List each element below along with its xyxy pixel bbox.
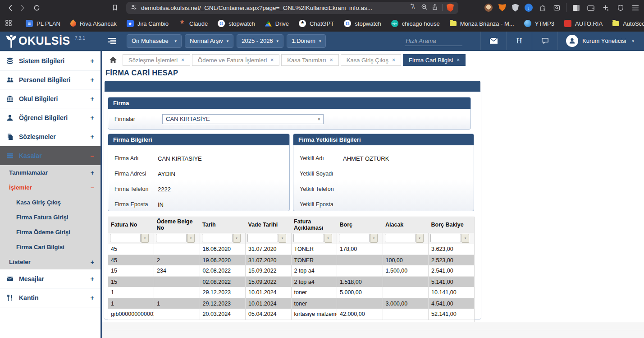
header-dropdown-ön-muhasebe[interactable]: Ön Muhasebe▾ (127, 34, 182, 48)
column-header-alacak[interactable]: Alacak (383, 217, 429, 233)
okulsis-logo[interactable]: OKULSİS (5, 34, 70, 48)
bookmark-chicago-house[interactable]: o|ochicago house (386, 18, 445, 29)
expand-plus-icon[interactable]: + (89, 57, 94, 65)
help-letter-button[interactable]: H (507, 37, 532, 46)
extension-fox-icon[interactable] (498, 4, 506, 11)
translate-icon[interactable]: A (410, 4, 417, 12)
filter-input-fatura-no[interactable] (110, 234, 141, 242)
filter-dropdown-button[interactable]: ▾ (324, 234, 332, 243)
tab-kasa-giriş-çıkış[interactable]: Kasa Giriş Çıkış× (341, 54, 401, 66)
bookmark-jira-cambio[interactable]: ◆Jira Cambio (122, 18, 174, 29)
bookmark-monza-brianza-m[interactable]: Monza Brianza - M... (445, 18, 519, 29)
sidebar-item-okul-bilgileri[interactable]: Okul Bilgileri+ (0, 89, 100, 108)
bookmark-pl-plan[interactable]: ≡PL PLAN (21, 18, 65, 29)
header-dropdown-normal-arşiv[interactable]: Normal Arşiv▾ (185, 34, 233, 48)
sidebar-item-kasalar[interactable]: Kasalar− (0, 146, 100, 165)
bookmark-drive[interactable]: Drive (260, 18, 294, 29)
sidebar-toggle-icon[interactable] (572, 4, 580, 12)
expand-plus-icon[interactable]: + (89, 114, 94, 121)
filter-input-fatura-açıklaması[interactable] (293, 234, 324, 242)
wallet-icon[interactable] (587, 4, 595, 12)
bookmark-stopwatch[interactable]: Gstopwatch (339, 18, 386, 29)
filter-input-borç[interactable] (339, 234, 370, 242)
home-tab-button[interactable] (105, 54, 121, 66)
tab-firma-cari-bilgisi[interactable]: Firma Cari Bilgisi× (403, 54, 466, 66)
reload-button[interactable] (31, 2, 42, 14)
bookmark-ytmp3[interactable]: YTMP3 (519, 18, 559, 29)
column-header-fatura-no[interactable]: Fatura No (108, 217, 154, 233)
filter-dropdown-button[interactable]: ▾ (279, 234, 286, 243)
back-button[interactable] (5, 2, 16, 14)
tab-kasa-tanımları[interactable]: Kasa Tanımları× (281, 54, 338, 66)
expand-plus-icon[interactable]: + (89, 294, 94, 301)
filter-input-vade-tarihi[interactable] (247, 234, 278, 242)
sidebar-item-kasa-giriş-çıkış[interactable]: Kasa Giriş Çıkış (0, 195, 100, 210)
sidebar-item-kantin[interactable]: Kantin+ (0, 288, 100, 307)
expand-plus-icon[interactable]: + (89, 275, 94, 282)
firmalar-select[interactable]: CAN KIRTASİYE ▾ (162, 114, 324, 124)
vpn-shield-icon[interactable] (617, 4, 625, 12)
table-row[interactable]: 1523402.08.202215.09.20222 top a41.500,0… (108, 265, 474, 276)
tab-close-icon[interactable]: × (392, 57, 395, 63)
forward-button[interactable] (16, 2, 28, 14)
expand-plus-icon[interactable]: + (89, 76, 94, 83)
bookmark-claude[interactable]: *Claude (174, 18, 213, 29)
menu-hamburger-icon[interactable] (631, 4, 639, 12)
bookmark-this-icon[interactable] (109, 2, 121, 14)
expand-plus-icon[interactable]: + (89, 169, 94, 176)
tab-close-icon[interactable]: × (330, 57, 333, 63)
column-header-borç-bakiye[interactable]: Borç Bakiye (429, 217, 475, 233)
header-dropdown-2025-2026[interactable]: 2025 - 2026▾ (237, 34, 283, 48)
filter-dropdown-button[interactable]: ▾ (233, 234, 241, 243)
chat-bubble-icon[interactable] (532, 37, 557, 44)
sidebar-item-tanımlamalar[interactable]: Tanımlamalar+ (0, 165, 100, 180)
filter-dropdown-button[interactable]: ▾ (370, 234, 378, 243)
filter-input-borç-bakiye[interactable] (430, 234, 461, 242)
filter-dropdown-button[interactable]: ▾ (416, 234, 424, 243)
zoom-out-icon[interactable] (421, 4, 428, 12)
table-row[interactable]: 45219.06.202031.07.2020TONER100,002.523,… (108, 255, 474, 265)
tab-close-icon[interactable]: × (270, 57, 274, 63)
sidebar-item-personel-bilgileri[interactable]: Personel Bilgileri+ (0, 70, 100, 89)
filter-dropdown-button[interactable]: ▾ (461, 234, 469, 243)
brave-shield-icon[interactable] (447, 4, 454, 12)
bookmark-riva-alsancak[interactable]: Riva Alsancak (65, 18, 122, 29)
bookmark-auto-ria[interactable]: AUTO.RIA (559, 18, 607, 29)
sidebar-item-firma-ödeme-girişi[interactable]: Firma Ödeme Girişi (0, 225, 100, 240)
url-text[interactable]: demobilsa.okulsis.net/_GNL/Container.asp… (141, 5, 406, 11)
address-bar[interactable]: demobilsa.okulsis.net/_GNL/Container.asp… (126, 2, 458, 14)
messages-envelope-icon[interactable] (481, 38, 506, 44)
extension-download-icon[interactable]: ↓ (525, 4, 533, 12)
filter-dropdown-button[interactable]: ▾ (141, 234, 149, 243)
sidebar-item-firma-cari-bilgisi[interactable]: Firma Cari Bilgisi (0, 240, 100, 255)
table-row[interactable]: gıb00000000000120.03.202405.04.2024kırta… (108, 309, 474, 319)
leo-ai-sparkle-icon[interactable] (602, 4, 610, 12)
apps-grid-icon[interactable] (5, 20, 12, 28)
tab-ödeme-ve-fatura-i-şlemleri[interactable]: Ödeme ve Fatura İşlemleri× (192, 54, 279, 66)
collapse-minus-icon[interactable]: − (89, 152, 94, 160)
bookmark-stopwatch[interactable]: Gstopwatch (213, 18, 260, 29)
extension-shield-icon[interactable] (512, 4, 519, 12)
header-dropdown-1-dönem[interactable]: 1.Dönem▾ (287, 34, 326, 48)
table-row[interactable]: 4516.06.202031.07.2020TONER178,003.623,0… (108, 244, 474, 255)
expand-plus-icon[interactable]: + (89, 95, 94, 102)
filter-input-ödeme-belge-no[interactable] (156, 234, 187, 242)
sidebar-item-mesajlar[interactable]: Mesajlar+ (0, 269, 100, 288)
reader-search-icon[interactable] (553, 4, 561, 12)
sidebar-item-sistem-bilgileri[interactable]: Sistem Bilgileri+ (0, 51, 100, 70)
expand-plus-icon[interactable]: + (89, 259, 94, 266)
table-row[interactable]: 1502.08.202215.09.20222 top a41.518,005.… (108, 276, 474, 287)
tab-sözleşme-i-şlemleri[interactable]: Sözleşme İşlemleri× (123, 54, 190, 66)
column-header-tarih[interactable]: Tarih (200, 217, 246, 233)
column-header-fatura-açıklaması[interactable]: Fatura Açıklaması (291, 217, 337, 233)
tab-close-icon[interactable]: × (181, 57, 184, 63)
sidebar-item-i-şlemler[interactable]: İşlemler− (0, 180, 100, 195)
quick-search-input[interactable] (405, 36, 462, 46)
extensions-puzzle-icon[interactable] (539, 4, 547, 12)
bookmark-chatgpt[interactable]: *ChatGPT (294, 18, 339, 29)
filter-dropdown-button[interactable]: ▾ (187, 234, 195, 243)
column-header-ödeme-belge-no[interactable]: Ödeme Belge No (154, 217, 200, 233)
sidebar-item-listeler[interactable]: Listeler+ (0, 255, 100, 269)
collapse-minus-icon[interactable]: − (89, 184, 94, 191)
filter-input-alacak[interactable] (385, 234, 416, 242)
